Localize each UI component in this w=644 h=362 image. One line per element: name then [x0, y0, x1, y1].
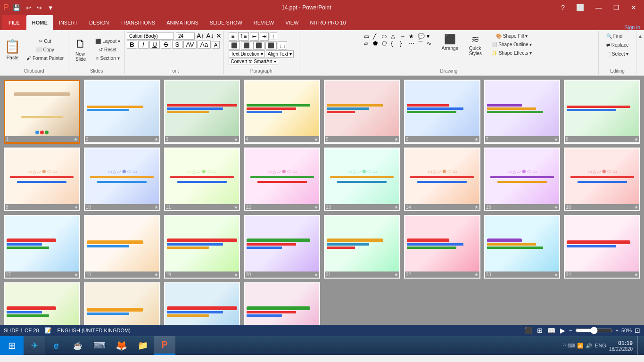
normal-view-button[interactable]: ⬛: [523, 326, 533, 335]
change-case-button[interactable]: Aa: [198, 41, 211, 49]
slide-thumb-10[interactable]: ▭△▱⬟⬭▭10★: [84, 148, 160, 211]
slide-thumb-28[interactable]: 28★: [244, 282, 320, 325]
taskbar-explorer[interactable]: 📁: [132, 336, 154, 355]
volume-icon[interactable]: 🔊: [586, 343, 592, 349]
zoom-minus-icon[interactable]: −: [569, 328, 572, 333]
shape-star[interactable]: ★: [409, 33, 417, 40]
justify-button[interactable]: ⬛: [265, 41, 277, 49]
slide-thumb-27[interactable]: 27★: [164, 282, 240, 325]
slide-thumb-5[interactable]: 5★: [324, 80, 400, 144]
save-icon[interactable]: 💾: [11, 3, 22, 12]
tab-nitro[interactable]: NITRO PRO 10: [304, 15, 351, 30]
font-size-input[interactable]: [176, 33, 195, 40]
shape-r2c4[interactable]: {: [391, 40, 399, 48]
slide-thumb-14[interactable]: ▭△▱⬟⬭▭14★: [404, 148, 480, 211]
shape-outline-button[interactable]: ⬜ Shape Outline ▾: [489, 41, 534, 49]
slide-thumb-19[interactable]: 19★: [164, 215, 240, 279]
shape-rect[interactable]: ▭: [364, 33, 372, 40]
tab-view[interactable]: VIEW: [280, 15, 304, 30]
clear-formatting-icon[interactable]: ✕: [216, 32, 222, 40]
collapse-ribbon-icon[interactable]: ▲: [637, 33, 643, 40]
language-indicator[interactable]: ENG: [595, 343, 606, 348]
shape-r2c5[interactable]: }: [400, 40, 408, 48]
slide-thumb-3[interactable]: 3★: [164, 80, 240, 144]
notes-icon[interactable]: 📝: [45, 327, 52, 334]
bullets-button[interactable]: ≡: [229, 32, 237, 41]
shape-r2c8[interactable]: ∿: [427, 40, 435, 48]
start-button[interactable]: ⊞: [0, 336, 24, 355]
slide-thumb-6[interactable]: 6★: [404, 80, 480, 144]
show-desktop-button[interactable]: [637, 336, 640, 355]
slide-thumb-24[interactable]: 24★: [564, 215, 640, 279]
shape-line[interactable]: ╱: [373, 33, 381, 40]
italic-button[interactable]: I: [138, 41, 149, 49]
ribbon-display-icon[interactable]: ⬜: [572, 3, 588, 12]
clock[interactable]: 01:19 18/02/2020: [609, 340, 633, 352]
decrease-indent-button[interactable]: ⇤: [250, 33, 259, 41]
shape-fill-button[interactable]: 🎨 Shape Fill ▾: [489, 32, 534, 40]
shape-triangle[interactable]: △: [391, 33, 399, 40]
slide-thumb-18[interactable]: 18★: [84, 215, 160, 279]
help-icon[interactable]: ?: [557, 3, 569, 12]
tab-review[interactable]: REVIEW: [248, 15, 280, 30]
tab-transitions[interactable]: TRANSITIONS: [115, 15, 161, 30]
reading-view-button[interactable]: 📖: [546, 326, 556, 335]
format-painter-button[interactable]: 🖌 Format Painter: [24, 54, 66, 62]
char-spacing-button[interactable]: AV: [183, 41, 197, 49]
align-left-button[interactable]: ⬛: [229, 41, 240, 49]
select-button[interactable]: ⬚ Select ▾: [604, 50, 631, 58]
slide-thumb-17[interactable]: 17★: [4, 215, 80, 279]
decrease-font-icon[interactable]: A↓: [206, 32, 214, 40]
align-right-button[interactable]: ⬛: [253, 41, 264, 49]
slide-thumb-9[interactable]: ▭△▱⬟⬭▭9★: [4, 148, 80, 211]
new-slide-button[interactable]: 🗋 NewSlide: [70, 36, 91, 63]
minimize-button[interactable]: —: [592, 3, 606, 12]
slide-sorter-button[interactable]: ⊞: [536, 326, 544, 335]
slideshow-button[interactable]: ▶: [559, 326, 566, 335]
slide-thumb-25[interactable]: 25★: [4, 282, 80, 325]
slide-thumb-1[interactable]: 1★: [4, 80, 80, 144]
slide-thumb-20[interactable]: 20★: [244, 215, 320, 279]
tab-home[interactable]: HOME: [26, 15, 53, 30]
system-tray-icons[interactable]: ^ ⌨ 📶 🔊: [563, 343, 592, 349]
shape-oval[interactable]: ⬭: [382, 33, 390, 40]
taskbar-firefox[interactable]: 🦊: [110, 336, 132, 355]
undo-icon[interactable]: ↩: [24, 3, 33, 12]
add-remove-columns-button[interactable]: ⬚: [278, 41, 287, 49]
find-button[interactable]: 🔍 Find: [604, 32, 625, 40]
shape-callout[interactable]: 💬: [418, 33, 426, 40]
slides-panel[interactable]: 1★2★3★4★5★6★7★8★▭△▱⬟⬭▭9★▭△▱⬟⬭▭10★▭△▱⬟⬭▭1…: [0, 76, 644, 325]
section-button[interactable]: ≡ Section ▾: [93, 54, 123, 62]
quick-styles-button[interactable]: ≋ QuickStyles: [463, 32, 487, 58]
shape-more[interactable]: ▾: [427, 33, 435, 40]
shadow-button[interactable]: S: [172, 41, 182, 49]
shape-effects-button[interactable]: ✨ Shape Effects ▾: [489, 49, 534, 57]
slide-thumb-7[interactable]: 7★: [484, 80, 561, 144]
shape-r2c6[interactable]: ⋯: [409, 40, 417, 48]
slide-thumb-16[interactable]: ▭△▱⬟⬭▭16★: [564, 148, 640, 211]
fit-slide-button[interactable]: ⊡: [635, 327, 640, 334]
shape-arrow[interactable]: →: [400, 33, 408, 40]
tab-design[interactable]: DESIGN: [83, 15, 115, 30]
slide-thumb-21[interactable]: 21★: [324, 215, 400, 279]
shape-r2c1[interactable]: ▱: [364, 40, 372, 48]
taskbar-java[interactable]: ☕: [67, 336, 89, 355]
numbering-button[interactable]: 1≡: [238, 32, 249, 41]
tab-slideshow[interactable]: SLIDE SHOW: [204, 15, 248, 30]
tab-animations[interactable]: ANIMATIONS: [161, 15, 204, 30]
reset-button[interactable]: ↺ Reset: [93, 46, 123, 54]
sign-in-link[interactable]: Sign in: [624, 25, 640, 30]
shape-r2c2[interactable]: ⬟: [373, 40, 381, 48]
close-button[interactable]: ✕: [627, 3, 640, 12]
keyboard-layout-icon[interactable]: ⌨: [568, 343, 575, 349]
arrange-button[interactable]: ⬛ Arrange: [438, 32, 462, 52]
font-name-input[interactable]: [127, 33, 174, 40]
font-color-button[interactable]: A: [212, 41, 220, 49]
convert-smartart-button[interactable]: Convert to SmartArt ▾: [229, 58, 278, 65]
taskbar-powerpoint[interactable]: P: [154, 336, 175, 355]
restore-button[interactable]: ❐: [610, 3, 623, 12]
redo-icon[interactable]: ↪: [35, 3, 44, 12]
underline-button[interactable]: U: [149, 41, 160, 49]
slide-thumb-15[interactable]: ▭△▱⬟⬭▭15★: [484, 148, 561, 211]
copy-button[interactable]: ⬜ Copy: [24, 46, 66, 54]
